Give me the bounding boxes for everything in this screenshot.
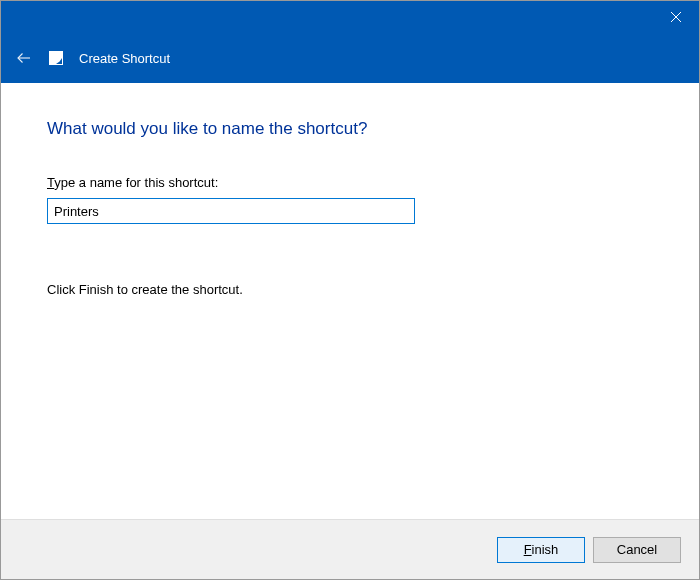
instruction-text: Click Finish to create the shortcut. [47, 282, 653, 297]
finish-button[interactable]: Finish [497, 537, 585, 563]
titlebar [1, 1, 699, 33]
back-button[interactable] [15, 49, 33, 67]
wizard-header: Create Shortcut [1, 33, 699, 83]
wizard-footer: Finish Cancel [1, 519, 699, 579]
back-arrow-icon [15, 49, 33, 67]
page-heading: What would you like to name the shortcut… [47, 119, 653, 139]
close-icon [671, 12, 681, 22]
wizard-title: Create Shortcut [79, 51, 170, 66]
shortcut-icon [49, 51, 63, 65]
close-button[interactable] [653, 1, 699, 33]
shortcut-name-label: Type a name for this shortcut: [47, 175, 653, 190]
wizard-content: What would you like to name the shortcut… [1, 83, 699, 519]
cancel-button[interactable]: Cancel [593, 537, 681, 563]
shortcut-name-input[interactable] [47, 198, 415, 224]
